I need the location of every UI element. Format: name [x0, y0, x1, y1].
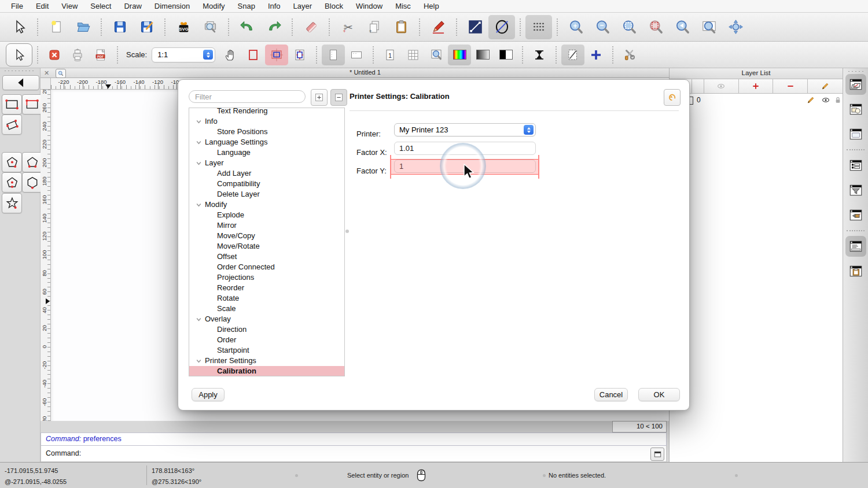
tree-item-store-positions[interactable]: Store Positions [189, 127, 344, 137]
zoom-selection-button[interactable] [642, 15, 669, 39]
line-tool-button[interactable] [462, 15, 488, 39]
open-file-button[interactable] [69, 15, 96, 39]
cut-button[interactable]: ✂+ [334, 15, 361, 39]
menu-info[interactable]: Info [262, 0, 287, 13]
tree-item-calibration[interactable]: Calibration [189, 366, 344, 376]
zoom-in-button[interactable]: + [562, 15, 589, 39]
new-file-button[interactable] [43, 15, 69, 39]
toggle-visibility-button[interactable] [704, 79, 739, 93]
crosshair-blue-button[interactable] [584, 45, 608, 65]
announce-panel-icon[interactable] [845, 205, 866, 225]
menu-modify[interactable]: Modify [196, 0, 231, 13]
menu-window[interactable]: Window [350, 0, 389, 13]
library-panel-icon[interactable] [845, 124, 866, 145]
color-bw-button[interactable] [494, 45, 517, 65]
zoom-pan-button[interactable] [722, 15, 749, 39]
factor-y-input[interactable] [394, 160, 536, 173]
tree-item-delete-layer[interactable]: Delete Layer [189, 189, 344, 199]
hexagon-tool-button[interactable] [22, 172, 42, 193]
chevron-down-icon[interactable] [196, 316, 202, 323]
command-panel-icon[interactable] [845, 236, 866, 257]
layers-panel-icon[interactable] [845, 74, 866, 95]
page-single-button[interactable]: 1 [378, 45, 402, 65]
back-button[interactable] [2, 75, 39, 90]
tree-item-add-layer[interactable]: Add Layer [189, 168, 344, 179]
portrait-button[interactable] [322, 45, 345, 65]
landscape-button[interactable] [345, 45, 368, 65]
apply-button[interactable]: Apply [192, 388, 225, 401]
zoom-out-button[interactable]: − [589, 15, 616, 39]
selection-panel-icon[interactable] [845, 155, 866, 176]
tree-item-language-settings[interactable]: Language Settings [189, 137, 344, 147]
save-button[interactable] [106, 15, 133, 39]
tree-item-order[interactable]: Order [189, 335, 344, 345]
eraser-button[interactable] [297, 15, 324, 39]
ok-button[interactable]: OK [638, 388, 680, 401]
grid-snap-button[interactable] [525, 15, 552, 39]
star-tool-button[interactable] [2, 193, 22, 213]
chevron-down-icon[interactable] [196, 139, 202, 146]
menu-edit[interactable]: Edit [30, 0, 55, 13]
zoom-auto-button[interactable] [616, 15, 642, 39]
chevron-down-icon[interactable] [196, 202, 202, 208]
select-arrow-button[interactable] [6, 15, 32, 39]
color-gray-button[interactable] [471, 45, 494, 65]
page-grid-button[interactable] [402, 45, 425, 65]
print-preview-button[interactable] [197, 15, 223, 39]
clipboard-panel-icon[interactable] [845, 261, 866, 282]
draft-mode-button[interactable] [561, 45, 584, 65]
menu-snap[interactable]: Snap [231, 0, 262, 13]
remove-layer-button[interactable] [773, 79, 808, 93]
rect-2pt-tool-button[interactable] [2, 94, 22, 114]
draw-border-red-button[interactable] [242, 45, 265, 65]
tree-item-info[interactable]: Info [189, 116, 344, 127]
tree-item-startpoint[interactable]: Startpoint [189, 345, 344, 356]
tree-item-printer-settings[interactable]: Printer Settings [189, 356, 344, 366]
collapse-all-button[interactable] [330, 89, 347, 106]
undo-button[interactable] [234, 15, 260, 39]
tree-item-offset[interactable]: Offset [189, 252, 344, 262]
polygon-center-tool-button[interactable] [2, 152, 22, 172]
blocks-panel-icon[interactable] [845, 99, 866, 120]
tree-item-modify[interactable]: Modify [189, 199, 344, 210]
tree-item-projections[interactable]: Projections [189, 272, 344, 283]
menu-misc[interactable]: Misc [389, 0, 417, 13]
add-layer-button[interactable] [739, 79, 774, 93]
rect-rotated-tool-button[interactable] [2, 114, 22, 135]
svg-export-button[interactable]: SVG [170, 15, 197, 39]
chevron-down-icon[interactable] [196, 358, 202, 364]
reset-defaults-button[interactable] [664, 89, 681, 106]
select-arrow-button[interactable] [6, 43, 32, 66]
menu-dimension[interactable]: Dimension [148, 0, 196, 13]
tree-item-order-connected[interactable]: Order Connected [189, 262, 344, 272]
polygon-2pt-tool-button[interactable] [22, 152, 42, 172]
tree-item-language[interactable]: Language [189, 147, 344, 158]
ellipse-tool-button[interactable] [488, 15, 515, 39]
edit-layer-button[interactable] [808, 79, 843, 93]
scale-dropdown[interactable]: 1:1 [152, 47, 215, 62]
zoom-page-button[interactable] [425, 45, 448, 65]
menu-help[interactable]: Help [417, 0, 446, 13]
fit-page-button[interactable] [288, 45, 311, 65]
lock-icon[interactable] [833, 95, 843, 105]
tree-item-layer[interactable]: Layer [189, 158, 344, 168]
command-line-input[interactable]: Command: [41, 446, 667, 462]
layer-toolbar-cell[interactable] [692, 79, 704, 93]
tree-item-move-rotate[interactable]: Move/Rotate [189, 241, 344, 252]
expand-all-button[interactable] [311, 89, 328, 106]
cancel-button[interactable]: Cancel [594, 388, 628, 401]
menu-draw[interactable]: Draw [117, 0, 148, 13]
tree-item-explode[interactable]: Explode [189, 210, 344, 220]
tree-item-reorder[interactable]: Reorder [189, 283, 344, 293]
filter-panel-icon[interactable] [845, 180, 866, 201]
layer-row[interactable]: 0 [670, 94, 843, 107]
tools-button[interactable] [618, 45, 641, 65]
menu-layer[interactable]: Layer [287, 0, 319, 13]
tree-item-compatibility[interactable]: Compatibility [189, 179, 344, 189]
tree-item-rotate[interactable]: Rotate [189, 293, 344, 304]
pencil-icon[interactable] [806, 95, 815, 105]
paste-button[interactable] [388, 15, 414, 39]
tree-item-direction[interactable]: Direction [189, 324, 344, 335]
eye-icon[interactable] [821, 95, 830, 105]
menu-block[interactable]: Block [318, 0, 350, 13]
